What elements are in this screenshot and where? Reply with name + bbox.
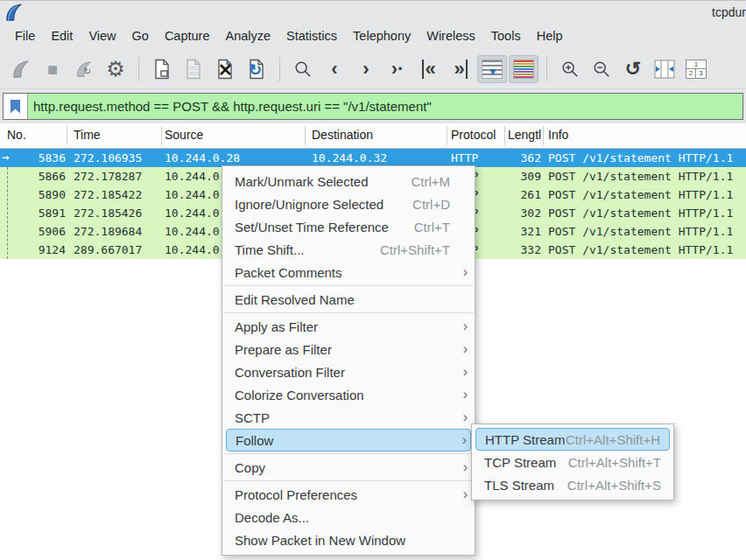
menu-item-label: Show Packet in New Window <box>235 533 405 548</box>
column-header-protocol[interactable]: Protocol <box>451 128 496 142</box>
first-packet-button[interactable]: « <box>414 55 444 83</box>
submenu-arrow-icon: › <box>455 487 468 501</box>
auto-scroll-icon: ▼ <box>482 60 503 79</box>
menu-item-mark-unmark[interactable]: Mark/Unmark SelectedCtrl+M <box>222 170 475 192</box>
cell-time: 272.178287 <box>74 170 142 183</box>
filter-bookmark-button[interactable] <box>4 94 28 119</box>
go-to-packet-icon: ›· <box>391 60 405 79</box>
menu-item-copy[interactable]: Copy› <box>222 456 475 479</box>
layout-button[interactable]: 123 <box>681 55 711 83</box>
cell-length: 362 <box>504 151 541 164</box>
open-file-button[interactable] <box>147 55 177 83</box>
menu-item-sctp[interactable]: SCTP› <box>222 406 475 429</box>
menu-item-label: Edit Resolved Name <box>235 292 355 307</box>
column-divider[interactable] <box>67 126 67 145</box>
layout-icon: 123 <box>686 60 707 79</box>
zoom-out-icon <box>592 60 611 79</box>
menu-help[interactable]: Help <box>529 25 571 46</box>
menu-file[interactable]: File <box>7 25 43 46</box>
reload-file-button[interactable]: ↻ <box>242 55 271 83</box>
menu-item-colorize-conversation[interactable]: Colorize Conversation› <box>222 383 475 406</box>
menu-item-set-time-reference[interactable]: Set/Unset Time ReferenceCtrl+T <box>222 215 475 238</box>
auto-scroll-button[interactable]: ▼ <box>477 55 507 83</box>
column-header-no[interactable]: No. <box>7 128 26 142</box>
find-packet-icon <box>293 60 313 79</box>
column-divider[interactable] <box>447 126 447 145</box>
zoom-reset-button[interactable]: ↺ <box>618 55 648 83</box>
menu-analyze[interactable]: Analyze <box>217 25 278 46</box>
menu-item-conversation-filter[interactable]: Conversation Filter› <box>222 360 475 383</box>
zoom-out-button[interactable] <box>587 55 616 83</box>
cell-source: 10.244.0. <box>165 170 226 183</box>
submenu-item-tcp-stream[interactable]: TCP StreamCtrl+Alt+Shift+T <box>472 451 673 473</box>
column-header-destination[interactable]: Destination <box>312 128 373 142</box>
colorize-icon <box>513 60 534 79</box>
menu-statistics[interactable]: Statistics <box>278 25 345 46</box>
submenu-item-http-stream[interactable]: HTTP StreamCtrl+Alt+Shift+H <box>475 428 670 451</box>
menu-item-label: Copy <box>235 460 265 475</box>
menu-item-show-packet-in-new-window[interactable]: Show Packet in New Window <box>222 528 475 551</box>
zoom-in-button[interactable] <box>555 55 585 83</box>
stop-capture-button[interactable]: ■ <box>38 55 67 83</box>
menu-bar: File Edit View Go Capture Analyze Statis… <box>0 23 746 49</box>
save-file-button[interactable]: 01010110 <box>179 55 208 83</box>
go-to-packet-button[interactable]: ›· <box>383 55 412 83</box>
menu-item-time-shift[interactable]: Time Shift...Ctrl+Shift+T <box>222 238 475 261</box>
menu-separator <box>223 480 474 481</box>
menu-item-apply-as-filter[interactable]: Apply as Filter› <box>222 315 475 338</box>
capture-options-button[interactable]: ⚙ <box>101 55 130 83</box>
column-header-time[interactable]: Time <box>74 128 101 142</box>
column-divider[interactable] <box>305 126 306 145</box>
menu-item-follow[interactable]: Follow› <box>226 429 471 452</box>
menu-item-ignore-unignore[interactable]: Ignore/Unignore SelectedCtrl+D <box>222 192 475 215</box>
submenu-arrow-icon: › <box>455 365 468 379</box>
submenu-item-tls-stream[interactable]: TLS StreamCtrl+Alt+Shift+S <box>472 473 673 496</box>
svg-text:0110: 0110 <box>189 71 199 76</box>
submenu-arrow-icon: › <box>455 410 468 424</box>
column-divider[interactable] <box>161 126 162 145</box>
close-file-button[interactable]: ✕ <box>210 55 240 83</box>
packet-row-selected[interactable]: → 5836 272.106935 10.244.0.28 10.244.0.3… <box>0 149 746 167</box>
cell-time: 272.189684 <box>74 225 142 238</box>
column-divider[interactable] <box>543 126 544 145</box>
menu-go[interactable]: Go <box>124 25 157 46</box>
menu-item-label: Conversation Filter <box>235 365 345 380</box>
svg-text:✕: ✕ <box>218 60 233 80</box>
column-header-source[interactable]: Source <box>165 128 203 142</box>
cell-length: 321 <box>504 225 541 238</box>
menu-item-packet-comments[interactable]: Packet Comments› <box>222 261 475 284</box>
menu-capture[interactable]: Capture <box>157 25 218 46</box>
cell-no: 5906 <box>0 225 66 238</box>
menu-item-shortcut: Ctrl+Alt+Shift+S <box>567 478 661 493</box>
menu-item-prepare-as-filter[interactable]: Prepare as Filter› <box>222 338 475 360</box>
svg-text:↻: ↻ <box>249 61 262 79</box>
go-back-button[interactable]: ‹ <box>320 55 349 83</box>
restart-capture-button[interactable]: ↻ <box>69 55 99 83</box>
colorize-button[interactable] <box>509 55 538 83</box>
start-capture-button[interactable] <box>6 55 36 83</box>
find-packet-button[interactable] <box>288 55 318 83</box>
column-header-info[interactable]: Info <box>548 128 568 142</box>
menu-view[interactable]: View <box>81 25 123 46</box>
menu-tools[interactable]: Tools <box>483 25 529 46</box>
svg-text:↻: ↻ <box>83 65 91 75</box>
cell-time: 272.106935 <box>74 151 142 164</box>
wireshark-window: tcpdur File Edit View Go Capture Analyze… <box>0 0 746 560</box>
toolbar-separator <box>138 57 139 81</box>
resize-columns-button[interactable] <box>650 55 679 83</box>
menu-item-edit-resolved-name[interactable]: Edit Resolved Name <box>222 288 475 311</box>
submenu-arrow-icon: › <box>455 460 468 474</box>
go-forward-button[interactable]: › <box>351 55 381 83</box>
column-divider[interactable] <box>504 126 505 145</box>
cell-no: 5866 <box>0 170 66 183</box>
menu-wireless[interactable]: Wireless <box>419 25 483 46</box>
menu-item-protocol-preferences[interactable]: Protocol Preferences› <box>222 483 475 506</box>
menu-telephony[interactable]: Telephony <box>345 25 419 46</box>
cell-info: POST /v1/statement HTTP/1.1 <box>548 151 733 164</box>
menu-item-decode-as[interactable]: Decode As... <box>222 506 475 528</box>
menu-edit[interactable]: Edit <box>43 25 81 46</box>
display-filter-input[interactable] <box>28 94 742 119</box>
zoom-in-icon <box>560 60 580 79</box>
column-header-length[interactable]: Lengtl <box>508 128 541 142</box>
last-packet-button[interactable]: » <box>446 55 475 83</box>
